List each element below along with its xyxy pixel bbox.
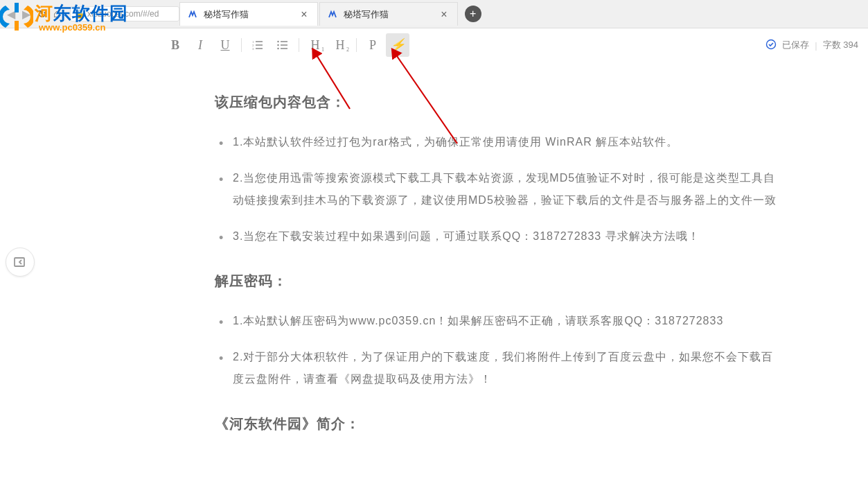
svg-point-13 <box>277 48 278 49</box>
underline-button[interactable]: U <box>213 33 237 57</box>
list-item: 3.当您在下载安装过程中如果遇到问题，可通过联系QQ：3187272833 寻求… <box>215 225 778 248</box>
reload-icon[interactable]: ↻ <box>37 8 46 21</box>
italic-button[interactable]: I <box>188 33 212 57</box>
close-icon[interactable]: × <box>298 8 310 21</box>
heading-password: 解压密码： <box>215 268 778 293</box>
list-item: 1.本站默认解压密码为www.pc0359.cn！如果解压密码不正确，请联系客服… <box>215 310 778 332</box>
lightning-button[interactable]: ⚡ <box>386 33 409 57</box>
bold-button[interactable]: B <box>163 33 187 57</box>
unordered-list-button[interactable] <box>271 33 294 57</box>
forward-icon[interactable]: ▶ <box>22 8 30 21</box>
sidebar-toggle-button[interactable] <box>6 248 35 277</box>
document-body[interactable]: 该压缩包内容包含： 1.本站默认软件经过打包为rar格式，为确保正常使用请使用 … <box>0 62 868 467</box>
browser-chrome-bar: ◀ ▶ ↻ ⌂ 🔒 xiezuocat.com/#/ed 秘塔写作猫 × 秘塔写… <box>0 0 868 28</box>
app-content: B I U 123 H1 H2 P ⚡ 已保存 | 字数 394 <box>0 28 868 495</box>
back-icon[interactable]: ◀ <box>7 8 15 21</box>
list-item: 2.当您使用迅雷等搜索资源模式下载工具下载本站资源，发现MD5值验证不对时，很可… <box>215 167 778 211</box>
editor-toolbar: B I U 123 H1 H2 P ⚡ 已保存 | 字数 394 <box>0 28 868 62</box>
svg-text:3: 3 <box>252 47 254 51</box>
new-tab-button[interactable]: + <box>465 6 481 22</box>
heading-intro: 《河东软件园》简介： <box>215 411 778 436</box>
close-icon[interactable]: × <box>438 8 450 21</box>
tab-1[interactable]: 秘塔写作猫 × <box>179 2 318 26</box>
heading2-button[interactable]: H2 <box>328 33 352 57</box>
url-bar[interactable]: 🔒 xiezuocat.com/#/ed <box>70 6 179 21</box>
home-icon[interactable]: ⌂ <box>53 8 60 20</box>
wordcount-label: 字数 394 <box>823 39 858 51</box>
list-item: 1.本站默认软件经过打包为rar格式，为确保正常使用请使用 WinRAR 解压本… <box>215 131 778 153</box>
list-package: 1.本站默认软件经过打包为rar格式，为确保正常使用请使用 WinRAR 解压本… <box>215 131 778 248</box>
tab-favicon-icon <box>327 9 338 20</box>
tab-title: 秘塔写作猫 <box>344 8 439 21</box>
heading1-button[interactable]: H1 <box>303 33 327 57</box>
list-item: 2.对于部分大体积软件，为了保证用户的下载速度，我们将附件上传到了百度云盘中，如… <box>215 346 778 390</box>
saved-check-icon <box>765 39 777 52</box>
tab-title: 秘塔写作猫 <box>204 8 299 21</box>
svg-point-12 <box>277 44 278 46</box>
tab-2[interactable]: 秘塔写作猫 × <box>319 2 458 26</box>
list-password: 1.本站默认解压密码为www.pc0359.cn！如果解压密码不正确，请联系客服… <box>215 310 778 390</box>
saved-label: 已保存 <box>782 39 809 51</box>
paragraph-button[interactable]: P <box>361 33 384 57</box>
tab-strip: 秘塔写作猫 × 秘塔写作猫 × + <box>179 0 481 28</box>
svg-point-11 <box>277 41 278 42</box>
heading-package: 该压缩包内容包含： <box>215 89 778 114</box>
tab-favicon-icon <box>187 9 198 20</box>
ordered-list-button[interactable]: 123 <box>246 33 269 57</box>
